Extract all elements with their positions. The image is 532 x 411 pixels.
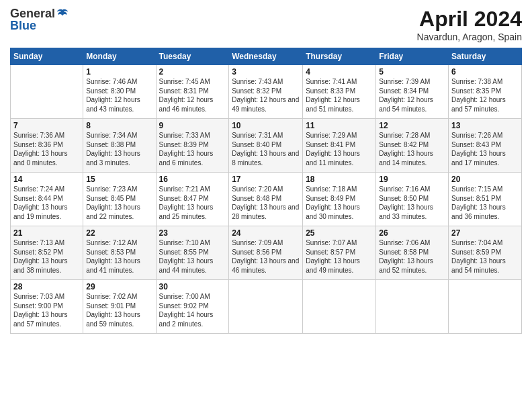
calendar-col-tuesday: Tuesday — [156, 48, 229, 65]
day-info: Sunrise: 7:43 AMSunset: 8:32 PMDaylight:… — [232, 77, 300, 113]
day-info: Sunrise: 7:21 AMSunset: 8:47 PMDaylight:… — [159, 185, 226, 221]
title-block: April 2024 Navardun, Aragon, Spain — [417, 7, 522, 42]
day-number: 21 — [13, 228, 80, 238]
day-number: 22 — [86, 228, 152, 238]
calendar-cell: 27Sunrise: 7:04 AMSunset: 8:59 PMDayligh… — [449, 226, 522, 280]
calendar-cell: 23Sunrise: 7:10 AMSunset: 8:55 PMDayligh… — [156, 226, 229, 280]
day-number: 24 — [232, 228, 300, 238]
calendar-cell: 24Sunrise: 7:09 AMSunset: 8:56 PMDayligh… — [229, 226, 303, 280]
day-number: 23 — [159, 228, 226, 238]
day-number: 1 — [86, 67, 152, 77]
day-info: Sunrise: 7:28 AMSunset: 8:42 PMDaylight:… — [379, 131, 445, 167]
calendar-cell: 4Sunrise: 7:41 AMSunset: 8:33 PMDaylight… — [303, 65, 376, 119]
day-number: 3 — [232, 67, 300, 77]
day-number: 10 — [232, 121, 300, 130]
day-info: Sunrise: 7:29 AMSunset: 8:41 PMDaylight:… — [306, 131, 373, 167]
logo-blue-text: Blue — [10, 19, 69, 33]
day-info: Sunrise: 7:41 AMSunset: 8:33 PMDaylight:… — [306, 77, 373, 113]
day-number: 7 — [13, 121, 80, 130]
calendar-cell: 17Sunrise: 7:20 AMSunset: 8:48 PMDayligh… — [229, 173, 303, 226]
day-number: 8 — [86, 121, 152, 130]
day-number: 20 — [451, 175, 519, 184]
day-number: 19 — [379, 175, 445, 184]
calendar-cell: 18Sunrise: 7:18 AMSunset: 8:49 PMDayligh… — [303, 173, 376, 226]
day-info: Sunrise: 7:16 AMSunset: 8:50 PMDaylight:… — [379, 185, 445, 221]
day-number: 25 — [306, 228, 373, 238]
calendar-week-row: 28Sunrise: 7:03 AMSunset: 9:00 PMDayligh… — [11, 280, 522, 334]
day-info: Sunrise: 7:02 AMSunset: 9:01 PMDaylight:… — [86, 292, 152, 328]
day-info: Sunrise: 7:04 AMSunset: 8:59 PMDaylight:… — [451, 238, 519, 275]
calendar-col-saturday: Saturday — [449, 48, 522, 65]
calendar-week-row: 21Sunrise: 7:13 AMSunset: 8:52 PMDayligh… — [11, 226, 522, 280]
calendar-cell: 12Sunrise: 7:28 AMSunset: 8:42 PMDayligh… — [376, 119, 449, 173]
month-title: April 2024 — [417, 7, 522, 32]
calendar-cell: 3Sunrise: 7:43 AMSunset: 8:32 PMDaylight… — [229, 65, 303, 119]
day-number: 5 — [379, 67, 445, 77]
calendar-cell: 13Sunrise: 7:26 AMSunset: 8:43 PMDayligh… — [449, 119, 522, 173]
day-info: Sunrise: 7:45 AMSunset: 8:31 PMDaylight:… — [159, 77, 226, 113]
calendar-cell: 28Sunrise: 7:03 AMSunset: 9:00 PMDayligh… — [11, 280, 83, 334]
calendar-cell: 6Sunrise: 7:38 AMSunset: 8:35 PMDaylight… — [449, 65, 522, 119]
day-info: Sunrise: 7:26 AMSunset: 8:43 PMDaylight:… — [451, 131, 519, 167]
day-info: Sunrise: 7:03 AMSunset: 9:00 PMDaylight:… — [13, 292, 80, 328]
calendar-col-friday: Friday — [376, 48, 449, 65]
day-number: 12 — [379, 121, 445, 130]
day-number: 27 — [451, 228, 519, 238]
calendar-cell: 22Sunrise: 7:12 AMSunset: 8:53 PMDayligh… — [83, 226, 156, 280]
day-number: 16 — [159, 175, 226, 184]
calendar-cell: 26Sunrise: 7:06 AMSunset: 8:58 PMDayligh… — [376, 226, 449, 280]
day-info: Sunrise: 7:09 AMSunset: 8:56 PMDaylight:… — [232, 238, 300, 275]
calendar-cell: 16Sunrise: 7:21 AMSunset: 8:47 PMDayligh… — [156, 173, 229, 226]
calendar-week-row: 1Sunrise: 7:46 AMSunset: 8:30 PMDaylight… — [11, 65, 522, 119]
calendar-col-monday: Monday — [83, 48, 156, 65]
day-number: 29 — [86, 282, 152, 291]
calendar-cell — [376, 280, 449, 334]
calendar-cell: 19Sunrise: 7:16 AMSunset: 8:50 PMDayligh… — [376, 173, 449, 226]
day-info: Sunrise: 7:36 AMSunset: 8:36 PMDaylight:… — [13, 131, 80, 167]
day-info: Sunrise: 7:23 AMSunset: 8:45 PMDaylight:… — [86, 185, 152, 221]
header: General Blue April 2024 Navardun, Aragon… — [10, 7, 522, 42]
calendar-cell: 10Sunrise: 7:31 AMSunset: 8:40 PMDayligh… — [229, 119, 303, 173]
calendar-col-thursday: Thursday — [303, 48, 376, 65]
day-info: Sunrise: 7:39 AMSunset: 8:34 PMDaylight:… — [379, 77, 445, 113]
calendar-cell: 30Sunrise: 7:00 AMSunset: 9:02 PMDayligh… — [156, 280, 229, 334]
logo-bird-icon — [56, 8, 69, 20]
day-number: 6 — [451, 67, 519, 77]
calendar-cell — [449, 280, 522, 334]
day-number: 4 — [306, 67, 373, 77]
day-number: 13 — [451, 121, 519, 130]
day-info: Sunrise: 7:34 AMSunset: 8:38 PMDaylight:… — [86, 131, 152, 167]
calendar-cell: 7Sunrise: 7:36 AMSunset: 8:36 PMDaylight… — [11, 119, 83, 173]
calendar-cell — [11, 65, 83, 119]
calendar-col-wednesday: Wednesday — [229, 48, 303, 65]
day-info: Sunrise: 7:31 AMSunset: 8:40 PMDaylight:… — [232, 131, 300, 167]
calendar-cell: 2Sunrise: 7:45 AMSunset: 8:31 PMDaylight… — [156, 65, 229, 119]
day-info: Sunrise: 7:12 AMSunset: 8:53 PMDaylight:… — [86, 238, 152, 275]
calendar-table: SundayMondayTuesdayWednesdayThursdayFrid… — [10, 48, 522, 334]
day-info: Sunrise: 7:07 AMSunset: 8:57 PMDaylight:… — [306, 238, 373, 275]
calendar-week-row: 7Sunrise: 7:36 AMSunset: 8:36 PMDaylight… — [11, 119, 522, 173]
calendar-cell: 21Sunrise: 7:13 AMSunset: 8:52 PMDayligh… — [11, 226, 83, 280]
location: Navardun, Aragon, Spain — [417, 32, 522, 42]
day-info: Sunrise: 7:33 AMSunset: 8:39 PMDaylight:… — [159, 131, 226, 167]
day-info: Sunrise: 7:38 AMSunset: 8:35 PMDaylight:… — [451, 77, 519, 113]
day-number: 11 — [306, 121, 373, 130]
calendar-cell — [303, 280, 376, 334]
calendar-cell: 25Sunrise: 7:07 AMSunset: 8:57 PMDayligh… — [303, 226, 376, 280]
day-number: 14 — [13, 175, 80, 184]
calendar-cell: 11Sunrise: 7:29 AMSunset: 8:41 PMDayligh… — [303, 119, 376, 173]
day-info: Sunrise: 7:24 AMSunset: 8:44 PMDaylight:… — [13, 185, 80, 221]
calendar-cell: 15Sunrise: 7:23 AMSunset: 8:45 PMDayligh… — [83, 173, 156, 226]
day-number: 30 — [159, 282, 226, 291]
day-number: 15 — [86, 175, 152, 184]
day-number: 26 — [379, 228, 445, 238]
calendar-week-row: 14Sunrise: 7:24 AMSunset: 8:44 PMDayligh… — [11, 173, 522, 226]
calendar-cell — [229, 280, 303, 334]
day-number: 28 — [13, 282, 80, 291]
day-info: Sunrise: 7:00 AMSunset: 9:02 PMDaylight:… — [159, 292, 226, 328]
calendar-col-sunday: Sunday — [11, 48, 83, 65]
calendar-header-row: SundayMondayTuesdayWednesdayThursdayFrid… — [11, 48, 522, 65]
day-info: Sunrise: 7:06 AMSunset: 8:58 PMDaylight:… — [379, 238, 445, 275]
calendar-cell: 8Sunrise: 7:34 AMSunset: 8:38 PMDaylight… — [83, 119, 156, 173]
day-number: 9 — [159, 121, 226, 130]
